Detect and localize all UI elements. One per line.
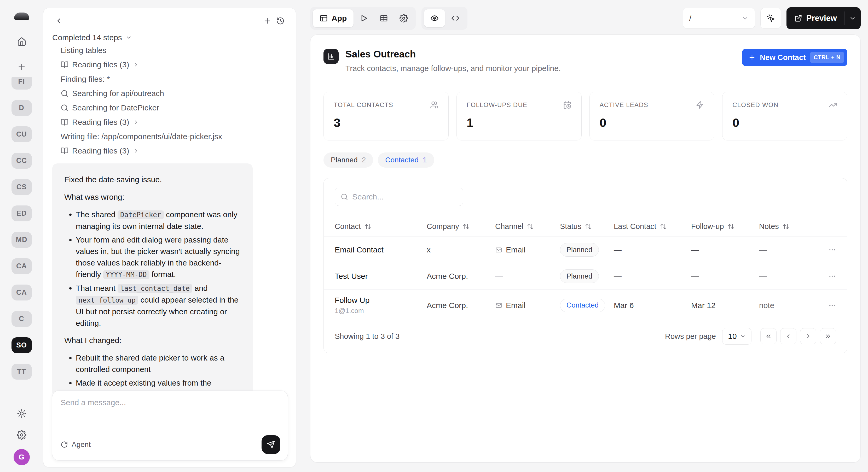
contact-name: Email Contact [335,245,427,254]
mail-icon [495,302,502,309]
last-contact-cell: — [614,245,691,254]
stat-card: TOTAL CONTACTS3 [323,92,448,140]
preview-button[interactable]: Preview [786,13,844,23]
column-label: Follow-up [691,222,724,231]
app-logo-icon[interactable] [14,12,29,20]
column-header-notes[interactable]: Notes [759,222,823,231]
workspace-d[interactable]: D [11,100,32,116]
workspace-md[interactable]: MD [11,232,32,248]
sun-icon [17,409,26,418]
steps-summary[interactable]: Completed 14 steps [52,33,132,42]
pagination-controls: Rows per page 10 [665,328,836,345]
table-row[interactable]: Follow Up1@1.comAcme Corp.EmailContacted… [324,290,847,321]
stat-card: CLOSED WON0 [722,92,847,140]
contact-name: Test User [335,272,427,281]
tab-app-label: App [332,14,347,23]
workspace-so[interactable]: SO [11,337,32,353]
agent-step[interactable]: Reading files (3) [52,115,287,129]
new-contact-button[interactable]: New Contact CTRL + N [742,49,847,66]
new-chat-button[interactable] [261,14,274,27]
select-element-button[interactable] [761,8,781,29]
composer: Agent [52,391,288,461]
theme-toggle-button[interactable] [14,406,29,421]
row-actions-button[interactable] [823,302,836,309]
workspace-ed[interactable]: ED [11,205,32,222]
workspace-fi[interactable]: FI [11,77,32,90]
preview-button-label: Preview [806,13,837,23]
run-button[interactable] [354,9,373,27]
inline-code: YYYY-MM-DD [103,270,150,279]
home-button[interactable] [14,34,29,49]
tab-app[interactable]: App [313,9,353,27]
agent-step[interactable]: Reading files (3) [52,58,287,72]
code-mode-button[interactable] [446,9,465,27]
plus-icon [748,54,756,61]
column-header-status[interactable]: Status [560,222,614,231]
sort-icon [728,223,735,230]
chevron-down-icon [742,15,749,22]
column-label: Channel [495,222,523,231]
row-actions-button[interactable] [823,272,836,280]
message-list-item: Your form and edit dialog were passing d… [76,234,241,280]
first-page-button[interactable] [761,328,777,344]
search-input[interactable] [352,193,457,201]
plus-icon [263,17,272,25]
zap-icon [696,101,704,109]
workspace-cu[interactable]: CU [11,126,32,142]
filter-chip-planned[interactable]: Planned2 [323,153,373,168]
follow-up-cell: Mar 12 [691,301,759,310]
route-select[interactable]: / [683,8,755,29]
previous-page-button[interactable] [780,328,797,344]
preview-options-button[interactable] [844,7,861,29]
filter-chip-contacted[interactable]: Contacted1 [378,153,434,168]
agent-step-label: Reading files (3) [72,146,129,155]
app-settings-button[interactable] [394,9,413,27]
workspace-ca[interactable]: CA [11,258,32,274]
send-button[interactable] [261,435,280,454]
table-row[interactable]: Email ContactxEmailPlanned——— [324,237,847,263]
preview-mode-button[interactable] [424,9,445,27]
agent-step[interactable]: Reading files (3) [52,143,287,158]
last-page-button[interactable] [820,328,836,344]
workspace-ca[interactable]: CA [11,284,32,301]
main-area: App / [296,0,868,472]
chevron-down-icon [126,34,132,41]
table-row[interactable]: Test UserAcme Corp.—Planned——— [324,263,847,290]
row-actions-button[interactable] [823,246,836,254]
column-header-company[interactable]: Company [427,222,495,231]
last-contact-cell: — [614,272,691,281]
column-header-channel[interactable]: Channel [495,222,560,231]
rows-per-page-select[interactable]: 10 [722,328,751,345]
filter-label: Planned [331,156,358,164]
workspace-tt[interactable]: TT [11,364,32,379]
message-list: The shared DatePicker component was only… [64,209,241,329]
column-header-follow-up[interactable]: Follow-up [691,222,759,231]
inline-code: last_contact_date [118,284,192,293]
workspace-c[interactable]: C [11,311,32,327]
status-badge: Contacted [560,299,605,312]
view-switcher-group: App [310,7,416,30]
message-input[interactable] [61,398,279,430]
message-paragraph: What I changed: [64,335,241,346]
status-badge: Planned [560,269,599,283]
column-label: Notes [759,222,779,231]
user-avatar[interactable]: G [13,449,30,465]
search-icon [341,193,348,201]
settings-button[interactable] [14,428,29,442]
workspace-cc[interactable]: CC [11,153,32,169]
sort-icon [365,223,371,230]
column-header-last-contact[interactable]: Last Contact [614,222,691,231]
next-page-button[interactable] [800,328,816,344]
back-button[interactable] [52,14,65,27]
trending-up-icon [829,101,837,109]
chevron-right-icon [805,333,812,340]
column-header-contact[interactable]: Contact [335,222,427,231]
table-footer: Showing 1 to 3 of 3 Rows per page 10 [324,321,847,353]
data-tables-button[interactable] [374,9,393,27]
agent-mode-select[interactable]: Agent [61,440,91,449]
new-project-button[interactable] [14,60,29,74]
book-open-icon [61,61,68,69]
workspace-cs[interactable]: CS [11,179,32,195]
history-button[interactable] [274,14,287,27]
sort-icon [660,223,667,230]
